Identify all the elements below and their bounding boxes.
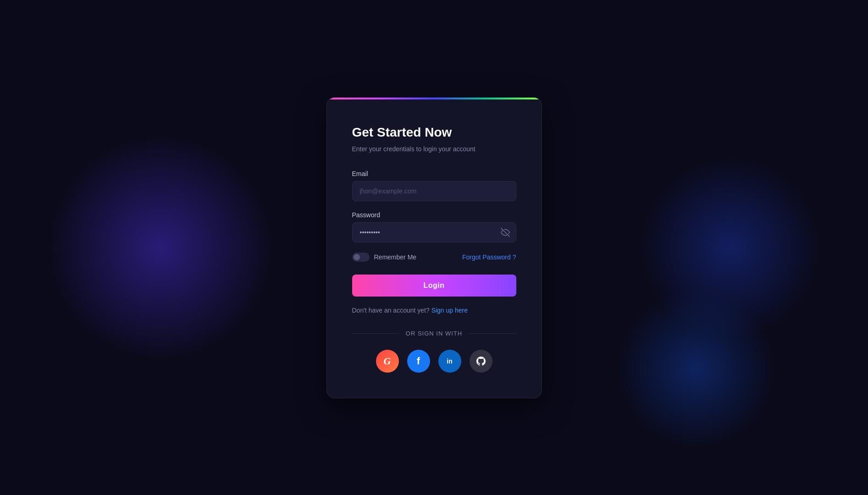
- facebook-icon: f: [417, 355, 420, 367]
- facebook-signin-button[interactable]: f: [407, 350, 430, 373]
- password-group: Password: [352, 211, 516, 242]
- linkedin-signin-button[interactable]: in: [438, 350, 461, 373]
- signup-prefix: Don't have an account yet?: [352, 307, 430, 314]
- toggle-password-button[interactable]: [501, 228, 510, 237]
- linkedin-icon: in: [447, 358, 452, 365]
- remember-me-label: Remember Me: [374, 253, 417, 261]
- google-signin-button[interactable]: G: [376, 350, 399, 373]
- divider-text: OR SIGN IN WITH: [406, 330, 462, 337]
- divider-line-left: [352, 333, 399, 334]
- background-glow-right: [639, 156, 822, 339]
- page-subtitle: Enter your credentials to login your acc…: [352, 144, 516, 154]
- password-input[interactable]: [352, 222, 516, 242]
- google-icon: G: [384, 355, 391, 367]
- forgot-password-button[interactable]: Forgot Password ?: [462, 253, 516, 261]
- login-card: Get Started Now Enter your credentials t…: [326, 97, 542, 398]
- email-group: Email: [352, 170, 516, 201]
- social-buttons: G f in: [352, 350, 516, 373]
- background-glow-bottom: [616, 289, 776, 449]
- options-row: Remember Me Forgot Password ?: [352, 253, 516, 262]
- password-wrapper: [352, 222, 516, 242]
- page-title: Get Started Now: [352, 125, 516, 140]
- login-button[interactable]: Login: [352, 275, 516, 297]
- email-label: Email: [352, 170, 516, 177]
- email-input[interactable]: [352, 181, 516, 201]
- divider-line-right: [469, 333, 516, 334]
- github-icon: [475, 356, 487, 367]
- eye-off-icon: [501, 228, 510, 237]
- remember-me-group: Remember Me: [352, 253, 417, 262]
- password-label: Password: [352, 211, 516, 219]
- signup-link[interactable]: Sign up here: [431, 307, 468, 314]
- card-top-border: [327, 98, 542, 99]
- signup-row: Don't have an account yet? Sign up here: [352, 307, 516, 314]
- remember-me-toggle[interactable]: [352, 253, 370, 262]
- github-signin-button[interactable]: [470, 350, 492, 373]
- divider: OR SIGN IN WITH: [352, 330, 516, 337]
- background-glow-left: [46, 133, 275, 362]
